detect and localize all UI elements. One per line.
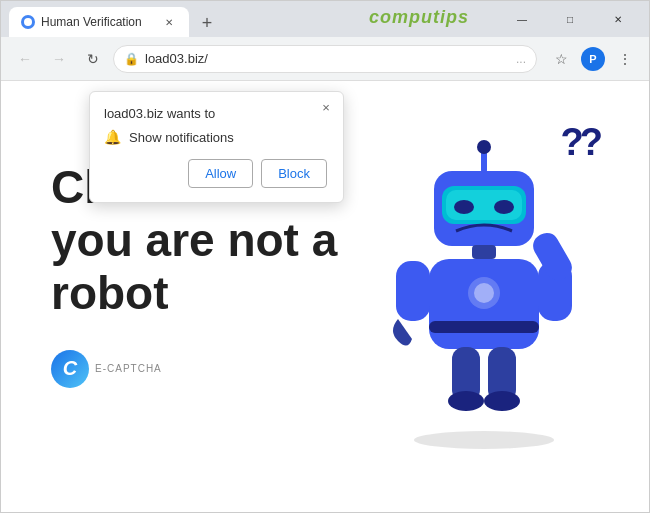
- star-icon[interactable]: ☆: [547, 45, 575, 73]
- active-tab[interactable]: Human Verification ✕: [9, 7, 189, 37]
- svg-point-0: [24, 18, 32, 26]
- svg-point-12: [474, 283, 494, 303]
- bell-icon: 🔔: [104, 129, 121, 145]
- popup-title: load03.biz wants to: [104, 106, 327, 121]
- maximize-button[interactable]: □: [547, 4, 593, 34]
- svg-point-5: [494, 200, 514, 214]
- svg-rect-10: [429, 321, 539, 333]
- lock-icon: 🔒: [124, 52, 139, 66]
- popup-notification-row: 🔔 Show notifications: [104, 129, 327, 145]
- svg-point-4: [454, 200, 474, 214]
- robot-shadow: [414, 431, 554, 449]
- forward-button[interactable]: →: [45, 45, 73, 73]
- title-bar: Human Verification ✕ + computips — □ ✕: [1, 1, 649, 37]
- tab-close-button[interactable]: ✕: [161, 14, 177, 30]
- address-text: load03.biz/: [145, 51, 510, 66]
- notification-popup: × load03.biz wants to 🔔 Show notificatio…: [89, 91, 344, 203]
- back-button[interactable]: ←: [11, 45, 39, 73]
- profile-avatar: P: [581, 47, 605, 71]
- page-content: × load03.biz wants to 🔔 Show notificatio…: [1, 81, 649, 512]
- close-button[interactable]: ✕: [595, 4, 641, 34]
- address-bar: ← → ↻ 🔒 load03.biz/ ... ☆ P ⋮: [1, 37, 649, 81]
- menu-icon[interactable]: ⋮: [611, 45, 639, 73]
- new-tab-button[interactable]: +: [193, 9, 221, 37]
- svg-point-18: [448, 391, 484, 411]
- svg-rect-6: [481, 151, 487, 173]
- svg-point-19: [484, 391, 520, 411]
- profile-icon-wrap[interactable]: P: [579, 45, 607, 73]
- tab-title: Human Verification: [41, 15, 155, 29]
- svg-rect-13: [396, 261, 430, 321]
- window-controls: — □ ✕: [499, 4, 641, 34]
- address-fade: ...: [516, 52, 526, 66]
- toolbar-icons: ☆ P ⋮: [547, 45, 639, 73]
- captcha-section: C E-CAPTCHA: [51, 350, 359, 388]
- minimize-button[interactable]: —: [499, 4, 545, 34]
- svg-rect-8: [472, 245, 496, 259]
- allow-button[interactable]: Allow: [188, 159, 253, 188]
- popup-close-button[interactable]: ×: [317, 98, 335, 116]
- browser-window: Human Verification ✕ + computips — □ ✕ ←…: [0, 0, 650, 513]
- computips-label: computips: [369, 7, 469, 28]
- refresh-button[interactable]: ↻: [79, 45, 107, 73]
- tab-favicon: [21, 15, 35, 29]
- popup-notification-text: Show notifications: [129, 130, 234, 145]
- captcha-label: E-CAPTCHA: [95, 363, 162, 374]
- robot-section: ??: [359, 121, 609, 449]
- block-button[interactable]: Block: [261, 159, 327, 188]
- heading-line2: you are not a: [51, 214, 337, 266]
- captcha-logo: C: [51, 350, 89, 388]
- heading-line3: robot: [51, 267, 169, 319]
- popup-buttons: Allow Block: [104, 159, 327, 188]
- robot-illustration: [384, 131, 584, 451]
- svg-point-7: [477, 140, 491, 154]
- address-bar-input[interactable]: 🔒 load03.biz/ ...: [113, 45, 537, 73]
